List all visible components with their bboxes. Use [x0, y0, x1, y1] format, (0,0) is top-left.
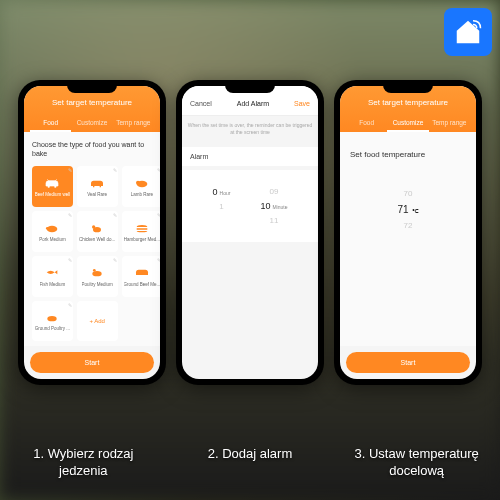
edit-icon: ✎ — [68, 167, 72, 173]
svg-point-8 — [48, 316, 57, 321]
svg-point-6 — [93, 271, 102, 276]
food-poultry-medium[interactable]: ✎Poultry Medium — [77, 256, 118, 297]
page-title: Add Alarm — [237, 100, 269, 107]
turkey-icon — [89, 266, 105, 280]
edit-icon: ✎ — [113, 212, 117, 218]
alarm-section-label: Alarm — [182, 147, 318, 166]
phone-2: Cancel Add Alarm Save When the set time … — [176, 80, 324, 385]
start-button[interactable]: Start — [30, 352, 154, 373]
hour-wheel[interactable]: 0Hour 1 — [213, 182, 231, 230]
caption-2: 2. Dodaj alarm — [175, 446, 325, 480]
svg-point-7 — [93, 269, 96, 272]
edit-icon: ✎ — [157, 212, 160, 218]
header: Set target temperature Food Customize Te… — [340, 86, 476, 132]
edit-icon: ✎ — [157, 257, 160, 263]
food-beef-medium-well[interactable]: ✎Beef Medium well — [32, 166, 73, 207]
svg-point-3 — [46, 227, 49, 230]
app-logo — [444, 8, 492, 56]
tab-customize[interactable]: Customize — [71, 115, 112, 132]
svg-point-5 — [92, 225, 95, 228]
tab-food[interactable]: Food — [30, 115, 71, 132]
food-veal-rare[interactable]: ✎Veal Rare — [77, 166, 118, 207]
food-pork-medium[interactable]: ✎Pork Medium — [32, 211, 73, 252]
tab-customize[interactable]: Customize — [387, 115, 428, 132]
sheep-icon — [134, 176, 150, 190]
fish-icon — [44, 266, 60, 280]
header: Cancel Add Alarm Save — [182, 86, 318, 116]
edit-icon: ✎ — [68, 257, 72, 263]
food-lamb-rare[interactable]: ✎Lamb Rare — [122, 166, 160, 207]
phone-3: Set target temperature Food Customize Te… — [334, 80, 482, 385]
phone-1: Set target temperature Food Customize Te… — [18, 80, 166, 385]
smart-home-icon — [453, 17, 483, 47]
header: Set target temperature Food Customize Te… — [24, 86, 160, 132]
tabs: Food Customize Temp range — [346, 115, 470, 132]
food-grid: ✎Beef Medium well ✎Veal Rare ✎Lamb Rare … — [32, 166, 152, 341]
edit-icon: ✎ — [68, 302, 72, 308]
cow-icon — [89, 176, 105, 190]
minute-wheel[interactable]: 09 10Minute 11 — [260, 182, 287, 230]
edit-icon: ✎ — [157, 167, 160, 173]
turkey-icon — [44, 310, 60, 324]
cow-icon — [44, 176, 60, 190]
tab-food[interactable]: Food — [346, 115, 387, 132]
food-chicken-well[interactable]: ✎Chicken Well do... — [77, 211, 118, 252]
food-fish-medium[interactable]: ✎Fish Medium — [32, 256, 73, 297]
burger-icon — [134, 221, 150, 235]
phone-row: Set target temperature Food Customize Te… — [0, 80, 500, 385]
edit-icon: ✎ — [68, 212, 72, 218]
cancel-button[interactable]: Cancel — [190, 100, 212, 107]
add-food-button[interactable]: + Add — [77, 301, 118, 342]
prompt-text: Set food temperature — [348, 140, 468, 169]
pig-icon — [44, 221, 60, 235]
save-button[interactable]: Save — [294, 100, 310, 107]
cow-icon — [134, 266, 150, 280]
screen-1: Set target temperature Food Customize Te… — [24, 86, 160, 379]
caption-3: 3. Ustaw temperaturę docelową — [342, 446, 492, 480]
screen-3: Set target temperature Food Customize Te… — [340, 86, 476, 379]
page-title: Set target temperature — [30, 98, 154, 115]
content: Choose the type of food you want to bake… — [24, 132, 160, 346]
svg-point-1 — [136, 180, 140, 184]
tab-temp-range[interactable]: Temp range — [429, 115, 470, 132]
page-title: Set target temperature — [346, 98, 470, 115]
screen-2: Cancel Add Alarm Save When the set time … — [182, 86, 318, 379]
edit-icon: ✎ — [113, 167, 117, 173]
content: Set food temperature 70 71℃ 72 — [340, 132, 476, 346]
tab-temp-range[interactable]: Temp range — [113, 115, 154, 132]
prompt-text: Choose the type of food you want to bake — [32, 140, 152, 158]
food-ground-beef[interactable]: ✎Ground Beef Me... — [122, 256, 160, 297]
captions: 1. Wybierz rodzaj jedzenia 2. Dodaj alar… — [0, 446, 500, 480]
temperature-picker[interactable]: 70 71℃ 72 — [348, 189, 468, 230]
start-button[interactable]: Start — [346, 352, 470, 373]
edit-icon: ✎ — [113, 257, 117, 263]
time-picker[interactable]: 0Hour 1 09 10Minute 11 — [182, 170, 318, 242]
tabs: Food Customize Temp range — [30, 115, 154, 132]
chicken-icon — [89, 221, 105, 235]
food-ground-poultry[interactable]: ✎Ground Poultry ... — [32, 301, 73, 342]
food-hamburger[interactable]: ✎Hamburger Med... — [122, 211, 160, 252]
hint-text: When the set time is over, the reminder … — [182, 116, 318, 141]
caption-1: 1. Wybierz rodzaj jedzenia — [8, 446, 158, 480]
